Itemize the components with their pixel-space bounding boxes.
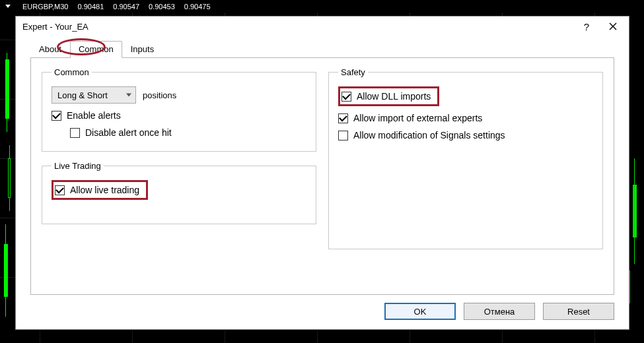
allow-dll-label: Allow DLL imports	[357, 91, 431, 102]
disable-alert-once-label: Disable alert once hit	[85, 127, 172, 138]
titlebar: Expert - Your_EA ?	[16, 16, 629, 36]
close-button[interactable]	[600, 17, 626, 36]
chart-high: 0.90547	[113, 3, 139, 11]
allow-signals-label: Allow modification of Signals settings	[353, 130, 505, 140]
group-live-trading: Live Trading Allow live trading	[42, 161, 316, 224]
chart-header: EURGBP,M30 0.90481 0.90547 0.90453 0.904…	[0, 0, 644, 13]
allow-live-trading-checkbox[interactable]: Allow live trading	[55, 185, 139, 195]
expert-dialog: Expert - Your_EA ? About Common Inputs C…	[15, 16, 629, 330]
group-live-legend: Live Trading	[52, 161, 104, 171]
chart-close: 0.90475	[184, 3, 211, 11]
checkbox-icon	[338, 113, 348, 123]
dialog-title: Expert - Your_EA	[22, 22, 573, 32]
checkbox-icon	[341, 92, 351, 102]
button-bar: OK Отмена Reset	[16, 303, 629, 329]
positions-suffix: positions	[143, 90, 176, 100]
chart-open: 0.90481	[78, 3, 104, 11]
ok-button[interactable]: OK	[384, 303, 456, 320]
highlight-allow-dll: Allow DLL imports	[338, 86, 439, 106]
group-safety: Safety Allow DLL imports Allow import of…	[328, 67, 603, 249]
tab-common[interactable]: Common	[70, 41, 122, 58]
allow-ext-label: Allow import of external experts	[353, 113, 482, 123]
reset-button[interactable]: Reset	[543, 303, 614, 320]
checkbox-icon	[55, 185, 65, 195]
tab-about[interactable]: About	[30, 41, 70, 58]
dropdown-icon[interactable]	[5, 5, 11, 8]
enable-alerts-label: Enable alerts	[67, 110, 121, 121]
disable-alert-once-checkbox[interactable]: Disable alert once hit	[70, 127, 172, 138]
chart-low: 0.90453	[149, 3, 175, 11]
help-button[interactable]: ?	[573, 17, 600, 36]
right-column: Safety Allow DLL imports Allow import of…	[328, 67, 603, 288]
allow-dll-checkbox[interactable]: Allow DLL imports	[341, 91, 431, 102]
allow-signals-checkbox[interactable]: Allow modification of Signals settings	[338, 130, 505, 140]
close-icon	[609, 22, 617, 30]
group-common: Common Long & Short positions Enable ale…	[42, 67, 316, 152]
checkbox-icon	[338, 131, 348, 140]
tab-page-common: Common Long & Short positions Enable ale…	[30, 57, 614, 295]
tab-inputs[interactable]: Inputs	[122, 41, 162, 58]
allow-external-experts-checkbox[interactable]: Allow import of external experts	[338, 113, 482, 123]
checkbox-icon	[52, 111, 61, 121]
group-common-legend: Common	[52, 67, 92, 77]
positions-combo[interactable]: Long & Short	[52, 86, 136, 104]
positions-combo-value: Long & Short	[57, 90, 108, 100]
chart-symbol: EURGBP,M30	[22, 3, 69, 11]
group-safety-legend: Safety	[338, 67, 368, 77]
left-column: Common Long & Short positions Enable ale…	[42, 67, 316, 288]
chevron-down-icon	[126, 94, 131, 97]
cancel-button[interactable]: Отмена	[464, 303, 535, 320]
highlight-allow-live: Allow live trading	[52, 180, 148, 200]
tabstrip: About Common Inputs	[16, 36, 629, 57]
checkbox-icon	[70, 128, 80, 138]
allow-live-label: Allow live trading	[70, 185, 139, 195]
enable-alerts-checkbox[interactable]: Enable alerts	[52, 110, 121, 121]
